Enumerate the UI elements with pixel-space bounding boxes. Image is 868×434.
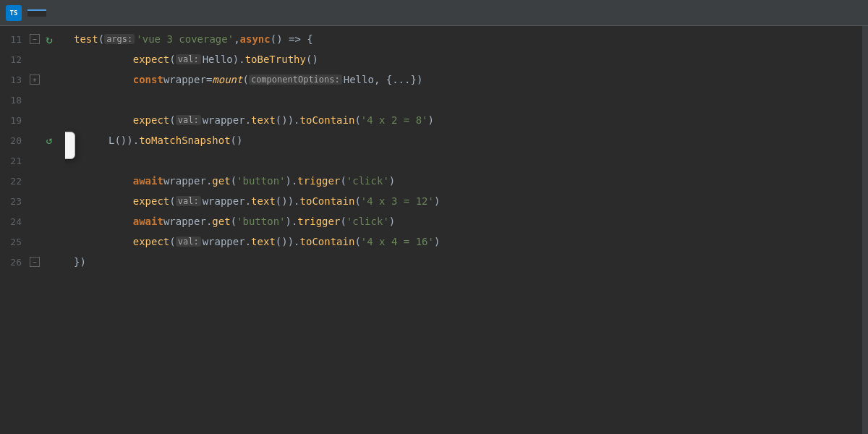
gutter-row: 23 (0, 191, 65, 211)
line-number: 13 (0, 75, 27, 85)
line-number: 22 (0, 176, 27, 187)
gutter-row: 19 (0, 110, 65, 130)
file-type-icon: TS (6, 5, 22, 21)
line-number: 23 (0, 196, 27, 207)
gutter-row: 24 (0, 211, 65, 231)
run-icon-line20[interactable]: ↺ (46, 134, 52, 147)
line-gutter: 11−↻1213+181920↺212223242526− (0, 26, 65, 434)
code-line: expect( val: Hello).toBeTruthy() (65, 49, 862, 69)
tab-list: TS (6, 5, 46, 21)
gutter-row: 20↺ (0, 130, 65, 150)
gutter-row: 11−↻ (0, 29, 65, 49)
code-line (65, 90, 862, 110)
code-content: test( args: 'vue 3 coverage', async () =… (65, 26, 862, 434)
code-line: expect( val: wrapper.text()).toContain('… (65, 191, 862, 211)
line-number: 12 (0, 54, 27, 65)
fold-closed-icon[interactable]: + (30, 75, 40, 85)
line-number: 19 (0, 115, 27, 126)
code-line: expect( val: wrapper.text()).toContain('… (65, 110, 862, 130)
line-number: 24 (0, 216, 27, 227)
line-number: 21 (0, 156, 27, 166)
code-line: const wrapper = mount( componentOptions:… (65, 69, 862, 90)
code-line: expect( val: wrapper.text()).toContain('… (65, 231, 862, 252)
code-line (65, 150, 862, 171)
run-test-icon[interactable]: ↻ (46, 33, 53, 46)
line-number: 26 (0, 257, 27, 268)
tab-bar: TS (0, 0, 868, 26)
gutter-row: 21 (0, 150, 65, 171)
gutter-row: 22 (0, 171, 65, 191)
line-number: 18 (0, 95, 27, 106)
code-line: L()).toMatchSnapshot()Go to 'vue 3 cover… (65, 130, 862, 150)
active-tab[interactable] (27, 9, 46, 17)
code-line: }) (65, 252, 862, 272)
gutter-row: 18 (0, 90, 65, 110)
goto-snapshot-tooltip: Go to 'vue 3 coverage' snapshot (65, 132, 75, 159)
gutter-row: 25 (0, 231, 65, 252)
code-line: await wrapper.get('button').trigger('cli… (65, 171, 862, 191)
editor-area: 11−↻1213+181920↺212223242526− test( args… (0, 26, 868, 434)
fold-open-icon[interactable]: − (30, 257, 40, 267)
gutter-row: 13+ (0, 69, 65, 90)
code-line: test( args: 'vue 3 coverage', async () =… (65, 29, 862, 49)
vertical-scrollbar[interactable] (862, 26, 868, 434)
fold-open-icon[interactable]: − (30, 34, 40, 44)
gutter-row: 12 (0, 49, 65, 69)
code-line: await wrapper.get('button').trigger('cli… (65, 211, 862, 231)
line-number: 20 (0, 135, 27, 146)
line-number: 25 (0, 237, 27, 247)
gutter-row: 26− (0, 252, 65, 272)
line-number: 11 (0, 34, 27, 45)
